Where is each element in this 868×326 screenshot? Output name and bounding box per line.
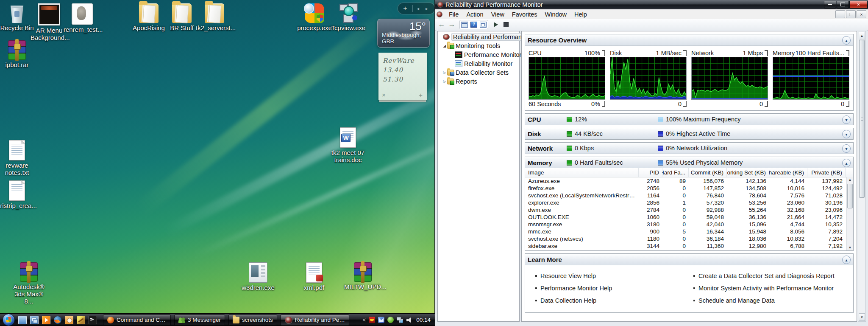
link-monitor-system-activity[interactable]: Monitor System Activity with Performance…	[693, 282, 851, 294]
learn-more-header[interactable]: Learn More ▴	[525, 254, 853, 265]
expander-collapsed-icon[interactable]: ▷	[442, 70, 447, 75]
table-row[interactable]: dwm.exe2784092,98855,26432,16823,096	[525, 206, 853, 214]
network-section-header[interactable]: Network 0 Kbps 0% Network Utilization ▾	[525, 143, 853, 154]
window-titlebar[interactable]: Reliability and Performance Monitor ×	[435, 0, 868, 9]
menu-file[interactable]: File	[445, 10, 462, 19]
tree-item-data-collector-sets[interactable]: ▷ Data Collector Sets	[438, 68, 519, 77]
link-data-collection-help[interactable]: Data Collection Help	[535, 294, 693, 306]
close-button[interactable]: ×	[849, 1, 868, 8]
menu-view[interactable]: View	[487, 10, 508, 19]
back-button[interactable]: ←	[437, 20, 446, 29]
table-row[interactable]: msnmsgr.exe3180042,04015,0964,74410,352	[525, 221, 853, 228]
help-button[interactable]: ?	[470, 21, 478, 28]
scrollbar-thumb[interactable]	[859, 40, 865, 198]
stop-button-toolbar[interactable]	[502, 21, 510, 28]
menu-window[interactable]: Window	[541, 10, 571, 19]
paint-icon[interactable]	[77, 316, 85, 324]
network-icon[interactable]	[397, 317, 403, 323]
start-button-toolbar[interactable]	[492, 21, 500, 28]
table-row[interactable]: svchost.exe (LocalSystemNetworkRestrict.…	[525, 192, 853, 199]
expand-button[interactable]: ▾	[842, 130, 851, 138]
note-add-button[interactable]: +	[419, 91, 423, 98]
menu-action[interactable]: Action	[462, 10, 487, 19]
gadget-page-nav[interactable]: ◂ ▸	[413, 6, 434, 11]
add-gadget-button[interactable]: +	[398, 5, 412, 12]
tray-messenger-icon[interactable]	[378, 317, 384, 323]
table-row[interactable]: explorer.exe2856157,32053,25623,06030,19…	[525, 199, 853, 206]
table-row[interactable]: mmc.exe900516,34415,9488,0567,892	[525, 228, 853, 235]
table-row[interactable]: OUTLOOK.EXE1060059,04836,13621,66414,472	[525, 214, 853, 221]
desktop-icon-procexp[interactable]: procexp.exe	[296, 3, 333, 31]
command-prompt-icon[interactable]	[89, 316, 97, 324]
table-scrollbar[interactable]: ▲ ▼	[846, 177, 853, 250]
column-header[interactable]: Working Set (KB)	[727, 168, 769, 177]
collapse-button[interactable]: ▴	[842, 159, 851, 167]
tree-item-reliability-monitor[interactable]: Reliability Monitor	[438, 59, 519, 68]
desktop-icon-miltw-upd[interactable]: MILTW_UPD...	[344, 262, 381, 290]
link-create-data-collector-set[interactable]: Create a Data Collector Set and Diagnosi…	[693, 270, 851, 282]
desktop-icon-revware-notes[interactable]: revware notes.txt	[0, 140, 36, 176]
tree-item-performance-monitor[interactable]: Performance Monitor	[438, 50, 519, 59]
table-row[interactable]: sidebar.exe3144011,36012,9806,7887,192	[525, 242, 853, 250]
mdi-close-button[interactable]: ×	[857, 10, 866, 18]
scroll-down-icon[interactable]: ▼	[849, 245, 852, 250]
memory-section-header[interactable]: Memory 0 Hard Faults/sec 55% Used Physic…	[525, 157, 853, 168]
desktop-icon-ar-menu-background[interactable]: AR Menu Background...	[31, 3, 68, 41]
memory-table-header[interactable]: ImagePIDHard Fa...Commit (KB)Working Set…	[525, 168, 853, 177]
show-desktop-icon[interactable]	[18, 316, 27, 324]
desktop-icon-apocrising[interactable]: ApocRising	[130, 3, 167, 31]
mdi-minimize-button[interactable]: –	[835, 10, 845, 18]
taskbar-button-command-and-conquer[interactable]: Command and Co...	[103, 315, 171, 326]
menu-favorites[interactable]: Favorites	[508, 10, 541, 19]
link-resource-view-help[interactable]: Resource View Help	[535, 270, 693, 282]
show-console-tree-button[interactable]	[460, 21, 469, 28]
taskbar-button-messenger[interactable]: 3 Messenger	[174, 315, 225, 326]
link-schedule-and-manage-data[interactable]: Schedule and Manage Data	[693, 294, 851, 306]
tray-status-icon[interactable]	[387, 317, 394, 323]
column-header[interactable]: Hard Fa...	[662, 168, 689, 177]
desktop-icon-autodesk-3dsmax[interactable]: Autodesk® 3ds Max® 8...	[10, 262, 47, 305]
link-performance-monitor-help[interactable]: Performance Monitor Help	[535, 282, 693, 294]
desktop-icon-ipbot-rar[interactable]: ipbot.rar	[0, 40, 36, 68]
menu-help[interactable]: Help	[570, 10, 591, 19]
column-header[interactable]: Shareable (KB)	[769, 168, 807, 177]
launcher-icon[interactable]	[65, 316, 73, 324]
collapse-button[interactable]: ▴	[842, 256, 851, 264]
taskbar-button-reliability-monitor[interactable]: Reliability and Perf...	[281, 315, 349, 326]
scroll-down-icon[interactable]: ▼	[859, 313, 865, 321]
taskbar-clock[interactable]: 00:14	[416, 317, 431, 323]
column-header[interactable]: Private (KB)	[807, 168, 846, 177]
desktop-icon-renrem-test[interactable]: renrem_test...	[64, 3, 101, 33]
taskbar-button-screenshots[interactable]: screenshots	[228, 315, 277, 326]
tree-item-reports[interactable]: ▷ Reports	[438, 77, 519, 86]
window-scrollbar[interactable]: ▲ ▼	[858, 31, 866, 322]
expand-button[interactable]: ▾	[842, 144, 851, 153]
table-row[interactable]: svchost.exe (netsvcs)1180036,18418,03610…	[525, 235, 853, 242]
disk-section-header[interactable]: Disk 44 KB/sec 0% Highest Active Time ▾	[525, 128, 853, 139]
resource-overview-header[interactable]: Resource Overview ▴	[525, 34, 853, 46]
desktop-icon-xml-pdf[interactable]: xml.pdf	[295, 262, 333, 291]
column-header[interactable]: Image	[525, 168, 639, 177]
media-player-icon[interactable]	[42, 316, 50, 324]
column-header[interactable]: Commit (KB)	[689, 168, 727, 177]
expander-expanded-icon[interactable]: ◢	[442, 44, 447, 48]
volume-icon[interactable]	[406, 317, 412, 323]
weather-gadget[interactable]: 15° Middlesbrough, GBR	[377, 19, 430, 48]
cpu-section-header[interactable]: CPU 12% 100% Maximum Frequency ▾	[525, 114, 853, 125]
tray-azureus-icon[interactable]	[369, 317, 375, 323]
sidebar-gadget-control[interactable]: + ◂ ▸	[398, 3, 435, 14]
firefox-icon[interactable]	[54, 316, 61, 324]
tree-item-monitoring-tools[interactable]: ◢ Monitoring Tools	[438, 41, 519, 50]
column-header[interactable]: PID	[639, 168, 662, 177]
mdi-restore-button[interactable]	[846, 10, 856, 18]
table-row[interactable]: Azureus.exe274889156,076142,1364,144137,…	[525, 177, 853, 185]
sticky-note-gadget[interactable]: RevWare 13.40 51.30 × +	[378, 53, 427, 100]
new-window-button[interactable]	[479, 21, 487, 28]
desktop-icon-br-stuff[interactable]: BR Stuff	[163, 3, 200, 31]
tray-chevron-icon[interactable]: <	[363, 317, 366, 323]
desktop-icon-tk2-meet-doc[interactable]: tk2 meet 07 trains.doc	[329, 127, 367, 163]
desktop-icon-tristrip[interactable]: tristrip_crea...	[0, 180, 36, 209]
forward-button[interactable]: →	[448, 20, 456, 29]
scroll-up-icon[interactable]: ▲	[849, 177, 852, 183]
minimize-button[interactable]	[824, 1, 836, 8]
